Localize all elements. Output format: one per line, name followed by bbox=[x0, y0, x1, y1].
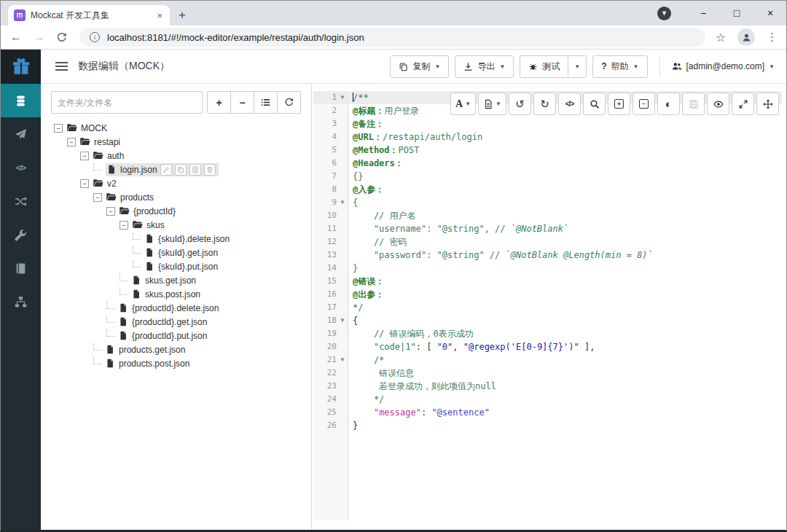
rail-item-sitemap[interactable] bbox=[1, 285, 41, 318]
site-info-icon[interactable]: i bbox=[90, 32, 100, 42]
expand-button[interactable] bbox=[732, 93, 754, 115]
tree-node-productid.get.json[interactable]: {productId}.get.json bbox=[51, 315, 301, 329]
rail-item-code[interactable]: </> bbox=[1, 151, 41, 184]
fold-marker-icon[interactable]: ▼ bbox=[337, 196, 348, 209]
code-line-6[interactable]: 6@Headers： bbox=[313, 157, 782, 170]
code-line-4[interactable]: 4@URL：/restapi/auth/login bbox=[313, 130, 782, 144]
tree-node-skuid.delete.json[interactable]: {skuId}.delete.json bbox=[51, 232, 301, 246]
search-input[interactable] bbox=[51, 91, 203, 114]
app-logo[interactable] bbox=[1, 50, 41, 84]
add-node-button[interactable]: + bbox=[207, 91, 231, 114]
collapse-expander-icon[interactable]: − bbox=[67, 138, 76, 146]
fold-marker-icon[interactable]: ▼ bbox=[337, 314, 348, 327]
collapse-expander-icon[interactable]: − bbox=[106, 207, 115, 216]
code-line-9[interactable]: 9▼{ bbox=[313, 196, 782, 209]
tree-node-products[interactable]: −products bbox=[51, 190, 301, 204]
code-line-8[interactable]: 8@入参： bbox=[313, 183, 782, 196]
browser-update-icon[interactable]: ▼ bbox=[657, 7, 671, 20]
fold-marker-icon[interactable]: ▼ bbox=[337, 91, 348, 104]
tree-node-skus[interactable]: −skus bbox=[51, 218, 301, 232]
tree-node-skuid.put.json[interactable]: {skuId}.put.json bbox=[51, 259, 301, 273]
test-dropdown-button[interactable]: ▼ bbox=[568, 55, 587, 78]
collapse-expander-icon[interactable]: − bbox=[80, 179, 89, 188]
code-line-24[interactable]: 24 */ bbox=[313, 393, 782, 406]
tree-node-skus.get.json[interactable]: skus.get.json bbox=[51, 273, 301, 287]
help-button[interactable]: ? 帮助▼ bbox=[592, 55, 647, 78]
tree-node-productid.put.json[interactable]: {productId}.put.json bbox=[51, 329, 301, 343]
tree-node-auth[interactable]: −auth bbox=[51, 149, 301, 163]
code-line-15[interactable]: 15@错误： bbox=[313, 275, 782, 288]
save-button[interactable] bbox=[682, 93, 705, 115]
theme-button[interactable]: ◐ bbox=[657, 93, 680, 115]
code-line-21[interactable]: 21▼ /* bbox=[313, 353, 782, 367]
export-button[interactable]: 导出▼ bbox=[455, 55, 514, 78]
preview-button[interactable] bbox=[707, 93, 729, 115]
code-line-23[interactable]: 23 若登录成功，则此项值为null bbox=[313, 380, 782, 393]
code-line-20[interactable]: 20 "code|1": [ "0", "@regexp('E[0-9]{7}'… bbox=[313, 340, 782, 353]
window-maximize-button[interactable]: □ bbox=[729, 7, 744, 19]
code-line-13[interactable]: 13 "password": "@string" // `@NotBlank @… bbox=[313, 249, 782, 262]
tab-close-icon[interactable]: × bbox=[155, 10, 164, 21]
redo-button[interactable]: ↻ bbox=[533, 93, 556, 115]
tree-node-mock[interactable]: −MOCK bbox=[51, 121, 301, 135]
tree-node-products.get.json[interactable]: products.get.json bbox=[51, 343, 301, 356]
detail-node-button[interactable] bbox=[189, 164, 201, 176]
url-field[interactable]: i localhost:8181/#!/mock-editor/example/… bbox=[79, 28, 705, 47]
window-minimize-button[interactable]: − bbox=[696, 7, 710, 19]
code-line-25[interactable]: 25 "message": "@sentence" bbox=[313, 406, 782, 419]
unfold-button[interactable]: + bbox=[608, 93, 630, 115]
tree-node-login.json[interactable]: login.json bbox=[51, 163, 301, 176]
copy-button[interactable]: 复制▼ bbox=[390, 55, 449, 78]
hamburger-menu-icon[interactable] bbox=[55, 62, 68, 71]
code-line-17[interactable]: 17*/ bbox=[313, 301, 782, 314]
browser-menu-icon[interactable]: ⋮ bbox=[767, 31, 778, 44]
bookmark-star-icon[interactable]: ☆ bbox=[716, 31, 726, 44]
tree-node-skus.post.json[interactable]: skus.post.json bbox=[51, 287, 301, 301]
collapse-expander-icon[interactable]: − bbox=[80, 152, 89, 160]
code-line-19[interactable]: 19 // 错误编码，0表示成功 bbox=[313, 327, 782, 340]
copy-node-button[interactable] bbox=[175, 164, 187, 176]
delete-node-button[interactable] bbox=[204, 164, 216, 176]
reload-icon[interactable] bbox=[56, 32, 69, 43]
template-button[interactable]: ▼ bbox=[478, 93, 506, 115]
code-line-11[interactable]: 11 "username": "@string", // `@NotBlank` bbox=[313, 222, 782, 235]
rail-item-database[interactable] bbox=[1, 84, 41, 117]
browser-profile-avatar[interactable] bbox=[737, 28, 755, 46]
undo-button[interactable]: ↺ bbox=[509, 93, 531, 115]
list-view-button[interactable] bbox=[254, 91, 278, 114]
code-line-16[interactable]: 16@出参： bbox=[313, 288, 782, 301]
tree-node-v2[interactable]: −v2 bbox=[51, 176, 301, 190]
code-line-5[interactable]: 5@Method：POST bbox=[313, 144, 782, 157]
forward-icon[interactable]: → bbox=[33, 31, 46, 44]
tree-node-products.post.json[interactable]: products.post.json bbox=[51, 356, 301, 370]
code-editor[interactable]: 1▼/**2@标题：用户登录3@备注：4@URL：/restapi/auth/l… bbox=[313, 91, 782, 520]
rail-item-send[interactable] bbox=[1, 117, 41, 151]
refresh-button[interactable] bbox=[277, 91, 301, 114]
collapse-expander-icon[interactable]: − bbox=[93, 193, 102, 202]
fold-marker-icon[interactable]: ▼ bbox=[337, 353, 348, 367]
tree-node-skuid.get.json[interactable]: {skuId}.get.json bbox=[51, 246, 301, 259]
window-close-button[interactable]: × bbox=[763, 7, 778, 19]
collapse-expander-icon[interactable]: − bbox=[54, 124, 63, 133]
font-button[interactable]: A▼ bbox=[450, 93, 476, 115]
code-line-7[interactable]: 7{} bbox=[313, 170, 782, 183]
format-button[interactable]: </> bbox=[558, 93, 581, 115]
new-tab-button[interactable]: + bbox=[179, 8, 186, 23]
code-line-22[interactable]: 22 错误信息 bbox=[313, 367, 782, 380]
collapse-expander-icon[interactable]: − bbox=[120, 221, 128, 230]
search-button[interactable] bbox=[583, 93, 606, 115]
back-icon[interactable]: ← bbox=[9, 31, 23, 44]
code-line-10[interactable]: 10 // 用户名 bbox=[313, 209, 782, 222]
code-line-18[interactable]: 18▼{ bbox=[313, 314, 782, 327]
tree-node-productid[interactable]: −{productId} bbox=[51, 204, 301, 218]
rail-item-shuffle[interactable] bbox=[1, 184, 41, 218]
fold-button[interactable]: − bbox=[633, 93, 655, 115]
remove-node-button[interactable]: − bbox=[230, 91, 254, 114]
code-line-26[interactable]: 26} bbox=[313, 419, 782, 432]
code-line-3[interactable]: 3@备注： bbox=[313, 117, 782, 130]
edit-node-button[interactable] bbox=[160, 164, 172, 176]
rail-item-book[interactable] bbox=[1, 251, 41, 285]
browser-tab[interactable]: Mockcat 开发工具集 × bbox=[8, 5, 170, 26]
code-line-12[interactable]: 12 // 密码 bbox=[313, 235, 782, 249]
test-button[interactable]: 测试 bbox=[520, 55, 568, 78]
